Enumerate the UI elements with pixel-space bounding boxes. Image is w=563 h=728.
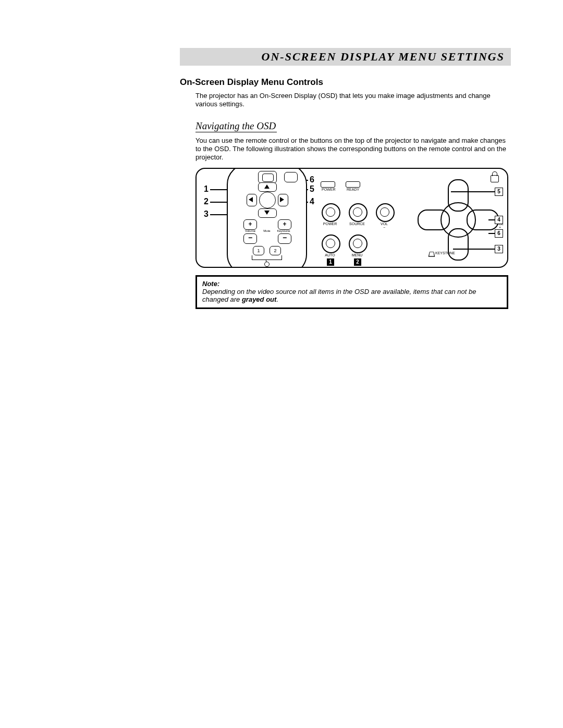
panel-callout-3: 3 xyxy=(495,245,503,253)
chapter-header: ON-SCREEN DISPLAY MENU SETTINGS xyxy=(180,48,511,66)
remote-menu-label: Menu xyxy=(259,168,275,169)
panel-keystone-label: KEYSTONE xyxy=(435,251,455,255)
panel-source-button[interactable] xyxy=(349,203,368,222)
document-page: ON-SCREEN DISPLAY MENU SETTINGS On-Scree… xyxy=(0,0,563,728)
callout-3: 3 xyxy=(204,209,209,219)
panel-callout-1: 1 xyxy=(327,258,334,266)
osd-controls-figure: 1 2 3 6 5 4 Menu Enter + xyxy=(195,168,508,268)
panel-menu-button[interactable] xyxy=(349,235,368,253)
panel-callout-2: 2 xyxy=(354,258,361,266)
panel-volminus-label: VOL − xyxy=(376,222,393,229)
leader-line xyxy=(453,249,495,250)
panel-auto-label: AUTO xyxy=(322,253,338,257)
remote-keystone-label: Keystone xyxy=(276,229,291,232)
power-led-label: POWER xyxy=(322,188,335,191)
projector-top-panel: POWER READY POWER SOURCE VOL − AUTO MENU… xyxy=(311,172,505,265)
panel-vol-minus-button[interactable] xyxy=(376,203,395,222)
remote-control: Menu Enter + − + − Volume Mute Keystone … xyxy=(227,168,307,268)
remote-dpad-center[interactable] xyxy=(259,192,276,208)
leader-line xyxy=(488,233,495,234)
remote-source-1[interactable]: 1 xyxy=(253,246,264,255)
arrow-up-icon xyxy=(264,184,270,189)
panel-callout-6: 6 xyxy=(495,229,503,238)
source-bracket-dot xyxy=(264,262,270,267)
remote-keystone-minus[interactable]: − xyxy=(278,233,291,244)
note-label: Note: xyxy=(202,280,501,288)
panel-source-label: SOURCE xyxy=(349,222,365,226)
keystone-icon xyxy=(429,252,435,257)
note-box: Note: Depending on the video source not … xyxy=(195,275,508,309)
leader-line xyxy=(488,219,495,220)
remote-source-2[interactable]: 2 xyxy=(270,246,281,255)
panel-callout-4: 4 xyxy=(495,216,503,224)
callout-1: 1 xyxy=(204,184,209,194)
callout-2: 2 xyxy=(204,197,209,206)
remote-menu-button[interactable] xyxy=(258,171,277,183)
panel-dpad xyxy=(415,177,499,261)
arrow-left-icon xyxy=(249,197,253,202)
panel-menu-label: MENU xyxy=(349,253,365,257)
chapter-title: ON-SCREEN DISPLAY MENU SETTINGS xyxy=(262,50,505,63)
remote-enter-label: Enter xyxy=(283,168,299,169)
power-led xyxy=(321,181,335,188)
panel-power-button[interactable] xyxy=(322,203,340,222)
panel-auto-button[interactable] xyxy=(322,235,340,253)
remote-volume-minus[interactable]: − xyxy=(243,233,257,244)
panel-dpad-center xyxy=(440,202,476,238)
subsection-text: You can use the remote control or the bu… xyxy=(195,137,511,162)
ready-led-label: READY xyxy=(347,188,359,191)
source-bracket xyxy=(252,255,282,260)
leader-line xyxy=(451,191,495,192)
panel-callout-5: 5 xyxy=(495,188,503,196)
subsection-title: Navigating the OSD xyxy=(195,120,277,132)
remote-keystone-plus[interactable]: + xyxy=(278,219,291,230)
section-intro: The projector has an On-Screen Display (… xyxy=(195,92,511,109)
note-body: Depending on the video source not all it… xyxy=(202,288,501,303)
section-title: On-Screen Display Menu Controls xyxy=(180,77,511,88)
ready-led xyxy=(346,181,360,188)
note-text-strong: grayed out xyxy=(242,295,276,303)
remote-volume-plus[interactable]: + xyxy=(243,219,257,230)
remote-enter-button[interactable] xyxy=(284,172,298,182)
panel-power-label: POWER xyxy=(322,222,338,226)
remote-mute-label: Mute xyxy=(259,229,275,232)
remote-volume-label: Volume xyxy=(242,229,258,232)
arrow-down-icon xyxy=(264,211,270,215)
note-text-post: . xyxy=(276,295,278,303)
arrow-right-icon xyxy=(280,197,284,202)
